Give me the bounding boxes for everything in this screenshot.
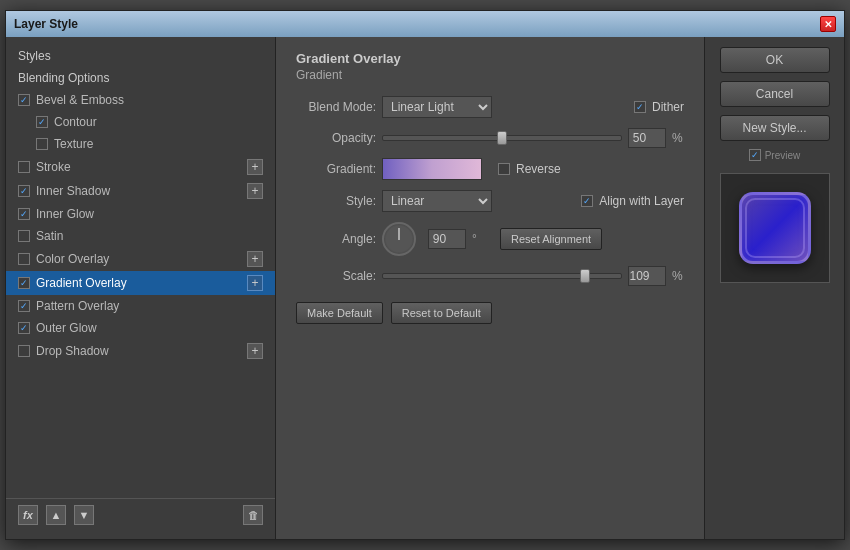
make-default-button[interactable]: Make Default xyxy=(296,302,383,324)
sidebar-item-styles[interactable]: Styles xyxy=(6,45,275,67)
reset-alignment-button[interactable]: Reset Alignment xyxy=(500,228,602,250)
sidebar-item-inner-glow[interactable]: Inner Glow xyxy=(6,203,275,225)
opacity-input[interactable] xyxy=(628,128,666,148)
sidebar-item-satin[interactable]: Satin xyxy=(6,225,275,247)
satin-checkbox[interactable] xyxy=(18,230,30,242)
bevel-checkbox[interactable] xyxy=(18,94,30,106)
dither-checkbox[interactable] xyxy=(634,101,646,113)
preview-checkbox[interactable] xyxy=(749,149,761,161)
preview-label: Preview xyxy=(765,150,801,161)
blending-label: Blending Options xyxy=(18,71,109,85)
inner-shadow-label: Inner Shadow xyxy=(36,184,110,198)
gradient-overlay-checkbox[interactable] xyxy=(18,277,30,289)
scale-unit: % xyxy=(672,269,684,283)
sidebar-item-color-overlay[interactable]: Color Overlay + xyxy=(6,247,275,271)
middle-panel: Gradient Overlay Gradient Blend Mode: No… xyxy=(276,37,704,539)
move-down-button[interactable]: ▼ xyxy=(74,505,94,525)
gradient-overlay-add-button[interactable]: + xyxy=(247,275,263,291)
title-bar: Layer Style ✕ xyxy=(6,11,844,37)
scale-input[interactable] xyxy=(628,266,666,286)
opacity-row: Opacity: % xyxy=(296,128,684,148)
scale-thumb[interactable] xyxy=(580,269,590,283)
drop-shadow-checkbox[interactable] xyxy=(18,345,30,357)
sidebar-item-outer-glow[interactable]: Outer Glow xyxy=(6,317,275,339)
close-button[interactable]: ✕ xyxy=(820,16,836,32)
actions-row: Make Default Reset to Default xyxy=(296,302,684,324)
pattern-overlay-label: Pattern Overlay xyxy=(36,299,119,313)
inner-glow-label: Inner Glow xyxy=(36,207,94,221)
angle-dial[interactable] xyxy=(382,222,416,256)
opacity-slider[interactable] xyxy=(382,135,622,141)
fx-button[interactable]: fx xyxy=(18,505,38,525)
opacity-thumb[interactable] xyxy=(497,131,507,145)
stroke-label: Stroke xyxy=(36,160,71,174)
sidebar-item-bevel[interactable]: Bevel & Emboss xyxy=(6,89,275,111)
opacity-label: Opacity: xyxy=(296,131,376,145)
contour-label: Contour xyxy=(54,115,97,129)
angle-label: Angle: xyxy=(296,232,376,246)
layer-style-dialog: Layer Style ✕ Styles Blending Options Be… xyxy=(5,10,845,540)
texture-label: Texture xyxy=(54,137,93,151)
style-select[interactable]: Linear Radial Angle Reflected Diamond xyxy=(382,190,492,212)
satin-label: Satin xyxy=(36,229,63,243)
styles-label: Styles xyxy=(18,49,51,63)
angle-input[interactable] xyxy=(428,229,466,249)
drop-shadow-label: Drop Shadow xyxy=(36,344,109,358)
preview-area xyxy=(720,173,830,283)
scale-label: Scale: xyxy=(296,269,376,283)
style-row: Style: Linear Radial Angle Reflected Dia… xyxy=(296,190,684,212)
bevel-label: Bevel & Emboss xyxy=(36,93,124,107)
angle-unit: ° xyxy=(472,232,484,246)
move-up-button[interactable]: ▲ xyxy=(46,505,66,525)
align-layer-checkbox[interactable] xyxy=(581,195,593,207)
left-panel-bottom: fx ▲ ▼ 🗑 xyxy=(6,498,275,531)
style-label: Style: xyxy=(296,194,376,208)
outer-glow-label: Outer Glow xyxy=(36,321,97,335)
stroke-checkbox[interactable] xyxy=(18,161,30,173)
ok-button[interactable]: OK xyxy=(720,47,830,73)
outer-glow-checkbox[interactable] xyxy=(18,322,30,334)
sidebar-item-stroke[interactable]: Stroke + xyxy=(6,155,275,179)
inner-shadow-checkbox[interactable] xyxy=(18,185,30,197)
inner-glow-checkbox[interactable] xyxy=(18,208,30,220)
gradient-overlay-label: Gradient Overlay xyxy=(36,276,127,290)
preview-shape xyxy=(739,192,811,264)
reset-default-button[interactable]: Reset to Default xyxy=(391,302,492,324)
gradient-row: Gradient: Reverse xyxy=(296,158,684,180)
texture-checkbox[interactable] xyxy=(36,138,48,150)
dialog-title: Layer Style xyxy=(14,17,78,31)
contour-checkbox[interactable] xyxy=(36,116,48,128)
color-overlay-label: Color Overlay xyxy=(36,252,109,266)
sidebar-item-drop-shadow[interactable]: Drop Shadow + xyxy=(6,339,275,363)
color-overlay-checkbox[interactable] xyxy=(18,253,30,265)
align-label: Align with Layer xyxy=(599,194,684,208)
sidebar-item-gradient-overlay[interactable]: Gradient Overlay + xyxy=(6,271,275,295)
delete-button[interactable]: 🗑 xyxy=(243,505,263,525)
sidebar-item-contour[interactable]: Contour xyxy=(6,111,275,133)
reverse-label: Reverse xyxy=(516,162,561,176)
opacity-unit: % xyxy=(672,131,684,145)
sidebar-item-blending[interactable]: Blending Options xyxy=(6,67,275,89)
preview-label-row: Preview xyxy=(749,149,801,161)
blend-mode-select[interactable]: Normal Dissolve Multiply Screen Overlay … xyxy=(382,96,492,118)
dither-label: Dither xyxy=(652,100,684,114)
cancel-button[interactable]: Cancel xyxy=(720,81,830,107)
stroke-add-button[interactable]: + xyxy=(247,159,263,175)
gradient-picker[interactable] xyxy=(382,158,482,180)
section-subtitle: Gradient xyxy=(296,68,684,82)
section-title: Gradient Overlay xyxy=(296,51,684,66)
scale-slider[interactable] xyxy=(382,273,622,279)
drop-shadow-add-button[interactable]: + xyxy=(247,343,263,359)
angle-row: Angle: ° Reset Alignment xyxy=(296,222,684,256)
color-overlay-add-button[interactable]: + xyxy=(247,251,263,267)
new-style-button[interactable]: New Style... xyxy=(720,115,830,141)
left-panel: Styles Blending Options Bevel & Emboss C… xyxy=(6,37,276,539)
blend-mode-label: Blend Mode: xyxy=(296,100,376,114)
scale-row: Scale: % xyxy=(296,266,684,286)
reverse-checkbox[interactable] xyxy=(498,163,510,175)
inner-shadow-add-button[interactable]: + xyxy=(247,183,263,199)
sidebar-item-inner-shadow[interactable]: Inner Shadow + xyxy=(6,179,275,203)
pattern-overlay-checkbox[interactable] xyxy=(18,300,30,312)
sidebar-item-texture[interactable]: Texture xyxy=(6,133,275,155)
sidebar-item-pattern-overlay[interactable]: Pattern Overlay xyxy=(6,295,275,317)
